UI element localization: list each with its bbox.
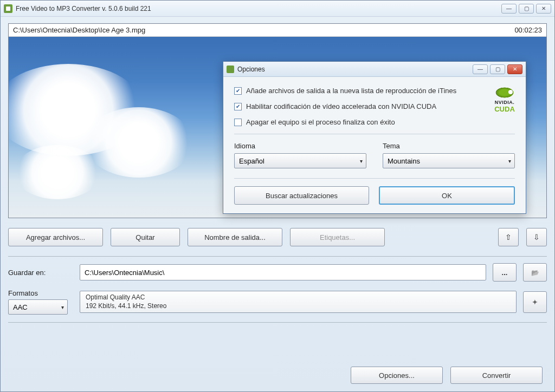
output-name-button[interactable]: Nombre de salida... — [188, 228, 282, 246]
move-up-button[interactable] — [498, 228, 519, 246]
quality-line2: 192 Kbit/s, 44.1 kHz, Stereo — [86, 302, 511, 311]
checkbox-cuda-label: Habilitar codificación de vídeo accelera… — [246, 102, 436, 110]
cuda-logo: NVIDIA. CUDA — [494, 87, 515, 113]
dialog-minimize-button[interactable]: — — [473, 64, 488, 74]
preview-header: C:\Users\Ontecnia\Desktop\Ice Age 3.mpg … — [9, 24, 546, 37]
arrow-down-icon — [533, 233, 540, 241]
language-label: Idioma — [234, 142, 366, 150]
language-field: Idioma Español — [234, 142, 366, 168]
checkbox-shutdown[interactable] — [234, 119, 242, 126]
formats-row: Formatos AAC Optimal Quality AAC 192 Kbi… — [8, 289, 547, 315]
formats-label: Formatos — [8, 289, 73, 297]
checkbox-cuda[interactable]: ✔ — [234, 103, 242, 110]
nvidia-text: NVIDIA. — [494, 100, 515, 105]
save-row: Guardar en: C:\Users\Ontecnia\Music\ — [8, 263, 547, 282]
dialog-app-icon — [227, 66, 234, 73]
move-down-button[interactable] — [526, 228, 547, 246]
file-path: C:\Users\Ontecnia\Desktop\Ice Age 3.mpg — [13, 26, 514, 34]
open-folder-button[interactable] — [523, 263, 547, 282]
ellipsis-icon — [502, 269, 508, 277]
ok-button[interactable]: OK — [379, 186, 515, 205]
save-path-input[interactable]: C:\Users\Ontecnia\Music\ — [80, 264, 486, 280]
dialog-titlebar[interactable]: Opciones — ▢ ✕ — [223, 62, 526, 77]
save-label: Guardar en: — [8, 269, 73, 277]
check-updates-button[interactable]: Buscar actualizaciones — [234, 186, 369, 205]
arrow-up-icon — [505, 233, 512, 241]
checkbox-itunes[interactable]: ✔ — [234, 87, 242, 95]
theme-select[interactable]: Mountains — [383, 153, 515, 168]
folder-open-icon — [531, 269, 539, 277]
checkbox-cuda-row: ✔ Habilitar codificación de vídeo accele… — [234, 102, 515, 110]
minimize-button[interactable]: — — [501, 4, 517, 14]
toolbar-row: Agregar archivos... Quitar Nombre de sal… — [8, 228, 547, 246]
cuda-text: CUDA — [494, 105, 515, 113]
checkbox-itunes-label: Añade archivos de salida a la nueva list… — [246, 87, 456, 95]
language-select[interactable]: Español — [234, 153, 366, 168]
options-dialog: Opciones — ▢ ✕ NVIDIA. CUDA ✔ Añade arch… — [223, 61, 526, 214]
checkbox-itunes-row: ✔ Añade archivos de salida a la nueva li… — [234, 87, 515, 95]
maximize-button[interactable]: ▢ — [519, 4, 534, 14]
dialog-title: Opciones — [237, 66, 473, 73]
theme-field: Tema Mountains — [383, 142, 515, 168]
remove-button[interactable]: Quitar — [111, 228, 180, 246]
close-button[interactable]: ✕ — [536, 4, 551, 14]
nvidia-eye-icon — [494, 87, 515, 99]
footer-buttons: Opciones... Convertir — [351, 367, 543, 384]
quality-display[interactable]: Optimal Quality AAC 192 Kbit/s, 44.1 kHz… — [80, 291, 517, 313]
checkbox-shutdown-label: Apagar el equipo si el proceso finaliza … — [246, 118, 395, 126]
dialog-maximize-button[interactable]: ▢ — [490, 64, 505, 74]
quality-line1: Optimal Quality AAC — [86, 293, 511, 302]
add-files-button[interactable]: Agregar archivos... — [8, 228, 103, 246]
tags-button[interactable]: Etiquetas... — [290, 228, 385, 246]
app-icon — [4, 4, 12, 13]
window-title: Free Video to MP3 Converter v. 5.0.6 bui… — [16, 5, 501, 12]
format-select[interactable]: AAC — [8, 299, 68, 315]
file-duration: 00:02:23 — [514, 26, 542, 34]
wand-icon — [532, 298, 538, 306]
options-button[interactable]: Opciones... — [351, 367, 443, 384]
dialog-close-button[interactable]: ✕ — [507, 64, 522, 74]
main-window: Free Video to MP3 Converter v. 5.0.6 bui… — [0, 0, 555, 392]
titlebar[interactable]: Free Video to MP3 Converter v. 5.0.6 bui… — [1, 1, 554, 17]
preset-wizard-button[interactable] — [523, 291, 547, 313]
theme-label: Tema — [383, 142, 515, 150]
dialog-body: NVIDIA. CUDA ✔ Añade archivos de salida … — [223, 77, 526, 213]
browse-button[interactable] — [493, 263, 517, 282]
client-area: C:\Users\Ontecnia\Desktop\Ice Age 3.mpg … — [1, 17, 554, 391]
checkbox-shutdown-row: Apagar el equipo si el proceso finaliza … — [234, 118, 515, 126]
convert-button[interactable]: Convertir — [450, 367, 543, 384]
